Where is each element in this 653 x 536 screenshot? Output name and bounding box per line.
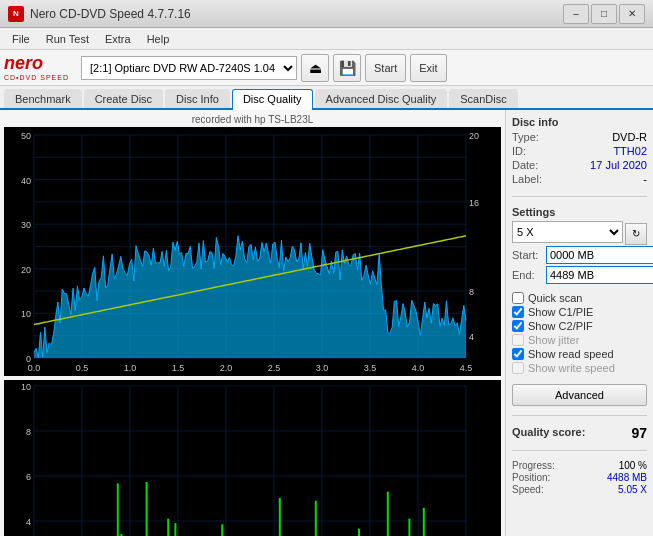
start-input[interactable] (546, 246, 653, 264)
minimize-button[interactable]: – (563, 4, 589, 24)
show-read-speed-label: Show read speed (528, 348, 614, 360)
quality-score-row: Quality score: 97 (512, 425, 647, 441)
start-button[interactable]: Start (365, 54, 406, 82)
chart-area: recorded with hp TS-LB23L PI Errors Aver… (0, 110, 505, 536)
show-c1pie-row: Show C1/PIE (512, 306, 647, 318)
stats-section: Progress: 100 % Position: 4488 MB Speed:… (512, 460, 647, 496)
window-controls: – □ ✕ (563, 4, 645, 24)
quick-scan-row: Quick scan (512, 292, 647, 304)
disc-info-title: Disc info (512, 116, 647, 128)
window-title: Nero CD-DVD Speed 4.7.7.16 (30, 7, 563, 21)
settings-section: Settings 5 X ↻ Start: MB End: MB (512, 206, 647, 286)
recorded-with-label: recorded with hp TS-LB23L (4, 114, 501, 125)
lower-chart (4, 380, 501, 536)
main-content: recorded with hp TS-LB23L PI Errors Aver… (0, 110, 653, 536)
end-input-row: End: MB (512, 266, 647, 284)
show-c2pif-checkbox[interactable] (512, 320, 524, 332)
drive-select[interactable]: [2:1] Optiarc DVD RW AD-7240S 1.04 (81, 56, 297, 80)
save-icon-button[interactable]: 💾 (333, 54, 361, 82)
checkboxes-section: Quick scan Show C1/PIE Show C2/PIF Show … (512, 292, 647, 376)
menu-bar: File Run Test Extra Help (0, 28, 653, 50)
toolbar: nero CD•DVD SPEED [2:1] Optiarc DVD RW A… (0, 50, 653, 86)
logo: nero CD•DVD SPEED (4, 54, 69, 81)
tab-benchmark[interactable]: Benchmark (4, 89, 82, 108)
chart1-canvas (4, 127, 501, 376)
tab-bar: Benchmark Create Disc Disc Info Disc Qua… (0, 86, 653, 110)
quality-score-value: 97 (631, 425, 647, 441)
disc-date-row: Date: 17 Jul 2020 (512, 159, 647, 171)
nero-subtitle: CD•DVD SPEED (4, 74, 69, 81)
advanced-button[interactable]: Advanced (512, 384, 647, 406)
show-jitter-label: Show jitter (528, 334, 579, 346)
divider-2 (512, 415, 647, 416)
upper-chart (4, 127, 501, 376)
quick-scan-checkbox[interactable] (512, 292, 524, 304)
tab-scan-disc[interactable]: ScanDisc (449, 89, 517, 108)
show-c1pie-label: Show C1/PIE (528, 306, 593, 318)
disc-label-row: Label: - (512, 173, 647, 185)
quality-score-label: Quality score: (512, 426, 585, 438)
disc-type-row: Type: DVD-R (512, 131, 647, 143)
menu-file[interactable]: File (4, 31, 38, 47)
position-row: Position: 4488 MB (512, 472, 647, 483)
tab-advanced-disc-quality[interactable]: Advanced Disc Quality (315, 89, 448, 108)
show-jitter-row: Show jitter (512, 334, 647, 346)
speed-select[interactable]: 5 X (512, 221, 623, 243)
divider-1 (512, 196, 647, 197)
show-write-speed-checkbox[interactable] (512, 362, 524, 374)
show-read-speed-checkbox[interactable] (512, 348, 524, 360)
start-input-row: Start: MB (512, 246, 647, 264)
quick-scan-label: Quick scan (528, 292, 582, 304)
show-c2pif-label: Show C2/PIF (528, 320, 593, 332)
nero-logo-text: nero (4, 53, 43, 73)
refresh-button[interactable]: ↻ (625, 223, 647, 245)
show-write-speed-label: Show write speed (528, 362, 615, 374)
eject-icon-button[interactable]: ⏏ (301, 54, 329, 82)
show-read-speed-row: Show read speed (512, 348, 647, 360)
divider-3 (512, 450, 647, 451)
app-icon: N (8, 6, 24, 22)
show-c1pie-checkbox[interactable] (512, 306, 524, 318)
disc-id-row: ID: TTH02 (512, 145, 647, 157)
tab-disc-quality[interactable]: Disc Quality (232, 89, 313, 110)
maximize-button[interactable]: □ (591, 4, 617, 24)
tab-create-disc[interactable]: Create Disc (84, 89, 163, 108)
speed-row: Speed: 5.05 X (512, 484, 647, 495)
menu-run-test[interactable]: Run Test (38, 31, 97, 47)
close-button[interactable]: ✕ (619, 4, 645, 24)
progress-row: Progress: 100 % (512, 460, 647, 471)
tab-disc-info[interactable]: Disc Info (165, 89, 230, 108)
disc-info-section: Disc info Type: DVD-R ID: TTH02 Date: 17… (512, 116, 647, 187)
show-jitter-checkbox[interactable] (512, 334, 524, 346)
exit-button[interactable]: Exit (410, 54, 446, 82)
menu-extra[interactable]: Extra (97, 31, 139, 47)
show-c2pif-row: Show C2/PIF (512, 320, 647, 332)
settings-title: Settings (512, 206, 647, 218)
end-input[interactable] (546, 266, 653, 284)
speed-setting-row: 5 X ↻ (512, 221, 647, 246)
menu-help[interactable]: Help (139, 31, 178, 47)
show-write-speed-row: Show write speed (512, 362, 647, 374)
title-bar: N Nero CD-DVD Speed 4.7.7.16 – □ ✕ (0, 0, 653, 28)
chart2-canvas (4, 380, 501, 536)
right-panel: Disc info Type: DVD-R ID: TTH02 Date: 17… (505, 110, 653, 536)
